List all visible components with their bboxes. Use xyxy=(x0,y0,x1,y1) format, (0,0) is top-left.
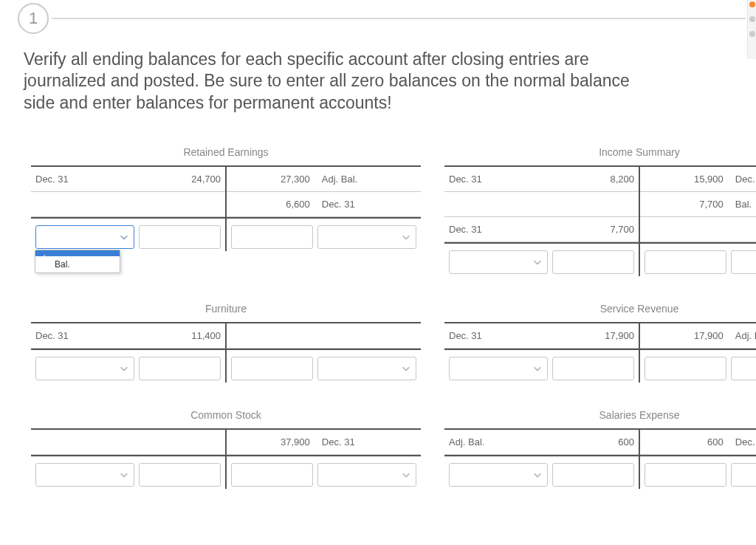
entry-amount: 600 xyxy=(645,436,729,448)
entry-label: Dec. 31 xyxy=(316,199,416,210)
entry-date: Dec. 31 xyxy=(35,330,137,341)
chevron-down-icon xyxy=(532,470,543,480)
account-title: Furniture xyxy=(31,303,421,315)
instruction-text: Verify all ending balances for each spec… xyxy=(24,49,638,114)
t-account-income-summary: Income Summary Dec. 31 8,200 Dec. 31 7,7… xyxy=(444,146,756,276)
account-title: Service Revenue xyxy=(444,303,756,315)
t-account-service-revenue: Service Revenue Dec. 31 17,900 xyxy=(444,303,756,383)
option-label: Bal. xyxy=(55,259,70,270)
amount-input[interactable] xyxy=(552,357,634,380)
amount-input[interactable] xyxy=(139,357,221,380)
label-select[interactable] xyxy=(35,463,134,487)
amount-input[interactable] xyxy=(645,463,726,487)
label-select[interactable]: ✓ Bal. xyxy=(35,225,134,249)
amount-input[interactable] xyxy=(231,225,313,249)
chevron-down-icon xyxy=(119,470,129,480)
label-select[interactable] xyxy=(317,463,416,487)
amount-input[interactable] xyxy=(552,250,634,274)
dropdown-option-blank[interactable]: ✓ xyxy=(35,250,120,256)
account-title: Common Stock xyxy=(31,409,421,421)
entry-amount: 7,700 xyxy=(550,224,634,235)
label-select[interactable] xyxy=(317,225,416,249)
progress-dot xyxy=(749,16,755,22)
divider xyxy=(52,18,746,19)
step-number: 1 xyxy=(29,9,38,28)
entry-date: Adj. Bal. xyxy=(449,436,550,448)
chevron-down-icon xyxy=(401,363,411,374)
entry-amount: 17,900 xyxy=(645,330,729,341)
label-dropdown: ✓ Bal. xyxy=(35,250,120,273)
chevron-down-icon xyxy=(119,363,129,374)
amount-input[interactable] xyxy=(231,357,313,380)
account-title: Salaries Expense xyxy=(444,409,756,421)
amount-input[interactable] xyxy=(231,463,313,487)
t-account-salaries-expense: Salaries Expense Adj. Bal. 600 xyxy=(444,409,756,489)
dropdown-option-bal[interactable]: Bal. xyxy=(35,256,120,272)
page: 1 Verify all ending balances for each sp… xyxy=(0,0,756,545)
chevron-down-icon xyxy=(119,232,129,242)
entry-amount: 17,900 xyxy=(550,330,634,341)
label-select[interactable] xyxy=(35,357,134,380)
chevron-down-icon xyxy=(401,232,411,242)
entry-amount: 6,600 xyxy=(231,199,316,210)
entry-amount: 600 xyxy=(550,436,634,448)
account-title: Retained Earnings xyxy=(31,146,421,158)
label-select[interactable] xyxy=(449,357,548,380)
entry-label: Dec. 31 xyxy=(729,174,756,185)
entry-amount: 24,700 xyxy=(137,174,221,185)
progress-sidebar xyxy=(747,0,756,59)
label-select[interactable] xyxy=(449,463,548,487)
step-indicator: 1 xyxy=(18,3,49,34)
t-account-common-stock: Common Stock 37,900 xyxy=(31,409,421,489)
progress-dot xyxy=(749,31,755,37)
entry-label: Bal. xyxy=(729,199,756,210)
entry-date: Dec. 31 xyxy=(449,224,550,235)
entry-amount: 7,700 xyxy=(645,199,729,210)
amount-input[interactable] xyxy=(645,250,726,274)
label-select[interactable] xyxy=(731,463,756,487)
entry-amount: 11,400 xyxy=(137,330,221,341)
entry-date: Dec. 31 xyxy=(449,330,550,341)
entry-label: Dec. 31 xyxy=(316,436,416,448)
t-account-retained-earnings: Retained Earnings Dec. 31 24,700 xyxy=(31,146,421,276)
entry-date: Dec. 31 xyxy=(35,174,137,185)
amount-input[interactable] xyxy=(139,463,221,487)
t-account-furniture: Furniture Dec. 31 11,400 xyxy=(31,303,421,383)
chevron-down-icon xyxy=(532,257,543,267)
chevron-down-icon xyxy=(532,363,543,374)
entry-label: Adj. Bal. xyxy=(729,330,756,341)
amount-input[interactable] xyxy=(645,357,726,380)
label-select[interactable] xyxy=(317,357,416,380)
label-select[interactable] xyxy=(731,250,756,274)
progress-dot-active xyxy=(749,1,755,7)
entry-date: Dec. 31 xyxy=(449,174,550,185)
chevron-down-icon xyxy=(401,470,411,480)
entry-amount: 15,900 xyxy=(645,174,729,185)
entry-amount: 8,200 xyxy=(550,174,634,185)
label-select[interactable] xyxy=(449,250,548,274)
account-title: Income Summary xyxy=(444,146,756,158)
entry-amount: 27,300 xyxy=(231,174,316,185)
amount-input[interactable] xyxy=(139,225,221,249)
entry-label: Adj. Bal. xyxy=(316,174,416,185)
entry-label: Dec. 31 xyxy=(729,436,756,448)
entry-amount: 37,900 xyxy=(231,436,316,448)
amount-input[interactable] xyxy=(552,463,634,487)
label-select[interactable] xyxy=(731,357,756,380)
accounts-grid: Retained Earnings Dec. 31 24,700 xyxy=(31,146,712,489)
